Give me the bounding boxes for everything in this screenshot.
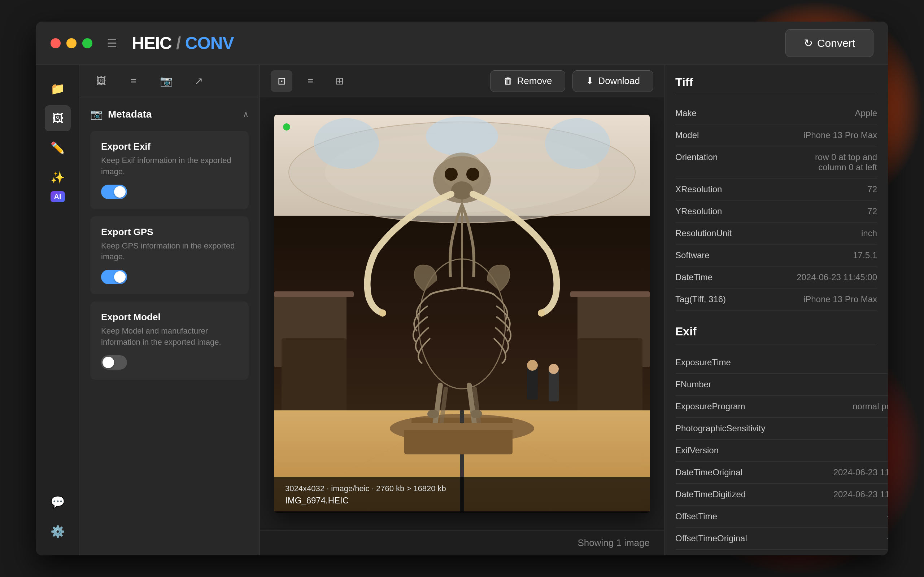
exif-section-title: Exif bbox=[675, 325, 877, 344]
table-row: OffsetTimeDigitized +02:00 bbox=[675, 550, 888, 556]
svg-point-35 bbox=[427, 410, 439, 418]
trash-icon: 🗑 bbox=[504, 76, 513, 87]
download-button[interactable]: ⬇ Download bbox=[572, 70, 653, 92]
content-area: 📁 🖼 ✏️ ✨ AI 💬 ⚙️ � bbox=[36, 65, 888, 555]
hamburger-menu-icon[interactable]: ☰ bbox=[107, 36, 117, 50]
svg-rect-20 bbox=[527, 367, 538, 400]
export-model-item: Export Model Keep Model and manufacturer… bbox=[90, 301, 249, 380]
close-button[interactable] bbox=[50, 38, 61, 48]
svg-rect-22 bbox=[549, 371, 559, 401]
list-view-button[interactable]: ≡ bbox=[300, 70, 321, 92]
main-area: ⊡ ≡ ⊞ 🗑 Remove ⬇ Download bbox=[260, 65, 664, 555]
svg-point-6 bbox=[314, 118, 379, 169]
main-window: ☰ HEIC / CONV ↻ Convert 📁 🖼 ✏️ ✨ bbox=[36, 22, 888, 555]
panel-tool-camera[interactable]: 📷 bbox=[155, 70, 177, 92]
panel-tool-image[interactable]: 🖼 bbox=[90, 70, 112, 92]
image-count: Showing 1 image bbox=[578, 537, 650, 548]
convert-button[interactable]: ↻ Convert bbox=[785, 29, 874, 57]
table-row: FNumber 1.5 bbox=[675, 374, 888, 396]
image-filename: IMG_6974.HEIC bbox=[285, 495, 639, 506]
table-row: ExifVersion 2.32 bbox=[675, 440, 888, 462]
table-row: Model iPhone 13 Pro Max bbox=[675, 124, 877, 147]
svg-point-23 bbox=[549, 364, 559, 374]
minimize-button[interactable] bbox=[66, 38, 76, 48]
export-exif-desc: Keep Exif information in the exported im… bbox=[101, 155, 238, 177]
table-row: Make Apple bbox=[675, 102, 877, 124]
export-exif-title: Export Exif bbox=[101, 141, 238, 152]
sidebar-item-edit[interactable]: ✏️ bbox=[45, 135, 71, 161]
export-model-toggle[interactable] bbox=[101, 355, 127, 370]
sidebar-item-ai[interactable]: ✨ bbox=[45, 164, 71, 190]
image-info-text: 3024x4032 · image/heic · 2760 kb > 16820… bbox=[285, 484, 639, 493]
export-exif-item: Export Exif Keep Exif information in the… bbox=[90, 131, 249, 209]
chat-icon: 💬 bbox=[50, 495, 65, 509]
image-count-bar: Showing 1 image bbox=[260, 530, 664, 555]
image-toolbar: ⊡ ≡ ⊞ 🗑 Remove ⬇ Download bbox=[260, 65, 664, 97]
single-view-button[interactable]: ⊡ bbox=[271, 70, 292, 92]
panel-toolbar: 🖼 ≡ 📷 ↗ bbox=[79, 65, 260, 97]
table-row: Orientation row 0 at top and column 0 at… bbox=[675, 147, 877, 179]
image-frame: 3024x4032 · image/heic · 2760 kb > 16820… bbox=[274, 115, 650, 513]
svg-rect-12 bbox=[570, 292, 650, 297]
sidebar-item-images[interactable]: 🖼 bbox=[45, 105, 71, 131]
sidebar-item-settings[interactable]: ⚙️ bbox=[45, 519, 71, 545]
images-icon: 🖼 bbox=[52, 112, 63, 125]
sparkle-icon: ✨ bbox=[50, 171, 65, 184]
svg-point-7 bbox=[545, 118, 610, 169]
ai-badge: AI bbox=[50, 191, 65, 202]
export-gps-desc: Keep GPS information in the exported ima… bbox=[101, 240, 238, 263]
sidebar: 📁 🖼 ✏️ ✨ AI 💬 ⚙️ bbox=[36, 65, 79, 555]
right-panel: Tiff Make Apple Model iPhone 13 Pro Max … bbox=[664, 65, 888, 555]
panel-content: 📷 Metadata ∧ Export Exif Keep Exif infor… bbox=[79, 97, 260, 398]
image-container[interactable]: 3024x4032 · image/heic · 2760 kb > 16820… bbox=[260, 97, 664, 530]
exif-table: ExposureTime 1/303 FNumber 1.5 ExposureP… bbox=[675, 351, 888, 555]
svg-point-28 bbox=[445, 168, 458, 181]
tiff-table: Make Apple Model iPhone 13 Pro Max Orien… bbox=[675, 102, 877, 311]
grid-view-button[interactable]: ⊞ bbox=[328, 70, 350, 92]
export-gps-toggle[interactable] bbox=[101, 270, 127, 284]
table-row: OffsetTimeOriginal +02:00 bbox=[675, 528, 888, 550]
remove-button[interactable]: 🗑 Remove bbox=[490, 70, 565, 92]
export-icon: ↗ bbox=[195, 75, 203, 87]
collapse-chevron-icon: ∧ bbox=[243, 110, 249, 119]
export-gps-title: Export GPS bbox=[101, 226, 238, 238]
museum-photo bbox=[274, 115, 650, 511]
title-conv: CONV bbox=[185, 34, 234, 53]
edit-icon: ✏️ bbox=[50, 141, 65, 155]
panel-tool-export[interactable]: ↗ bbox=[188, 70, 209, 92]
table-row: Software 17.5.1 bbox=[675, 245, 877, 266]
table-row: XResolution 72 bbox=[675, 179, 877, 200]
title-heic: HEIC bbox=[132, 34, 172, 53]
traffic-lights bbox=[50, 38, 92, 48]
download-icon: ⬇ bbox=[586, 76, 594, 87]
table-row: YResolution 72 bbox=[675, 200, 877, 222]
export-model-desc: Keep Model and manufacturer information … bbox=[101, 326, 238, 348]
convert-icon: ↻ bbox=[804, 37, 813, 49]
svg-rect-11 bbox=[274, 292, 354, 297]
sidebar-item-chat[interactable]: 💬 bbox=[45, 489, 71, 515]
green-indicator bbox=[283, 123, 290, 131]
metadata-section-header[interactable]: 📷 Metadata ∧ bbox=[90, 108, 249, 120]
list-icon: ≡ bbox=[131, 76, 136, 87]
list-view-icon: ≡ bbox=[307, 76, 313, 87]
camera-icon: 📷 bbox=[160, 75, 173, 87]
table-row: Tag(Tiff, 316) iPhone 13 Pro Max bbox=[675, 288, 877, 311]
table-row: ExposureTime 1/303 bbox=[675, 351, 888, 374]
metadata-title: 📷 Metadata bbox=[90, 108, 152, 120]
svg-rect-41 bbox=[397, 423, 520, 430]
svg-point-31 bbox=[379, 309, 386, 317]
left-panel: 🖼 ≡ 📷 ↗ 📷 Metadata bbox=[79, 65, 260, 555]
maximize-button[interactable] bbox=[82, 38, 92, 48]
app-title: HEIC / CONV bbox=[132, 33, 234, 53]
panel-tool-list[interactable]: ≡ bbox=[123, 70, 144, 92]
sidebar-item-folder[interactable]: 📁 bbox=[45, 76, 71, 102]
svg-point-32 bbox=[538, 309, 545, 317]
svg-point-30 bbox=[451, 181, 473, 200]
tiff-section-title: Tiff bbox=[675, 76, 877, 95]
svg-point-21 bbox=[527, 360, 538, 371]
grid-view-icon: ⊞ bbox=[335, 75, 344, 87]
table-row: DateTimeDigitized 2024-06-23 11:45:00 bbox=[675, 484, 888, 506]
image-info-bar: 3024x4032 · image/heic · 2760 kb > 16820… bbox=[274, 477, 650, 513]
export-exif-toggle[interactable] bbox=[101, 185, 127, 199]
table-row: ResolutionUnit inch bbox=[675, 222, 877, 245]
